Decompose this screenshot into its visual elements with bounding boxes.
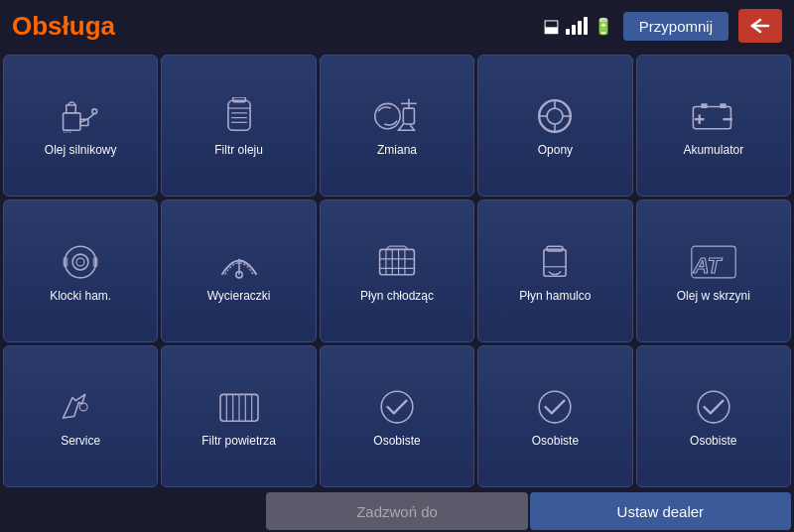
- grid-item-service-label: Service: [61, 434, 100, 448]
- grid-item-personal1[interactable]: Osobiste: [320, 345, 474, 487]
- grid-item-service[interactable]: Service: [3, 345, 158, 487]
- grid-item-brake-fluid-label: Płyn hamulco: [519, 289, 591, 303]
- gearbox-oil-icon: AT: [688, 241, 739, 283]
- oil-change-icon: [371, 95, 423, 137]
- page-title: Obsługa: [12, 11, 533, 42]
- grid-item-engine-oil[interactable]: OIL Olej silnikowy: [3, 55, 158, 197]
- back-button[interactable]: [738, 9, 782, 43]
- svg-point-16: [547, 109, 563, 125]
- air-filter-icon: [213, 386, 265, 428]
- grid-item-personal2[interactable]: Osobiste: [477, 345, 632, 487]
- personal1-icon: [371, 386, 423, 428]
- battery-status-icon: 🔋: [594, 17, 613, 36]
- svg-rect-23: [720, 104, 726, 109]
- svg-rect-22: [701, 104, 707, 109]
- svg-text:AT: AT: [692, 253, 723, 278]
- grid-item-oil-change-label: Zmiana: [377, 143, 417, 157]
- svg-rect-34: [380, 249, 415, 274]
- svg-point-27: [65, 246, 96, 278]
- coolant-icon: [371, 241, 423, 283]
- svg-rect-5: [228, 101, 250, 131]
- grid-item-personal1-label: Osobiste: [373, 434, 420, 448]
- svg-rect-14: [403, 109, 414, 125]
- svg-point-3: [92, 109, 97, 114]
- grid-item-gearbox-oil-label: Olej w skrzyni: [677, 289, 750, 303]
- svg-point-46: [79, 403, 87, 411]
- grid-item-tires-label: Opony: [538, 143, 573, 157]
- personal3-icon: [688, 386, 739, 428]
- svg-point-53: [381, 391, 413, 423]
- tires-icon: [529, 95, 581, 137]
- grid-item-wipers[interactable]: Wycieraczki: [161, 200, 316, 341]
- bluetooth-icon: ⬓: [543, 15, 560, 37]
- grid-item-air-filter-label: Filtr powietrza: [201, 434, 276, 448]
- grid-item-coolant-label: Płyn chłodząc: [360, 289, 434, 303]
- svg-point-54: [540, 391, 572, 423]
- grid-item-brake-pads-label: Klocki ham.: [50, 289, 111, 303]
- engine-oil-icon: OIL: [55, 95, 106, 137]
- signal-icon: [566, 17, 588, 35]
- svg-rect-41: [544, 249, 566, 276]
- back-arrow-icon: [750, 18, 770, 34]
- grid-item-oil-filter-label: Filtr oleju: [214, 143, 263, 157]
- grid-item-gearbox-oil[interactable]: AT Olej w skrzyni: [636, 200, 791, 341]
- oil-filter-icon: [213, 95, 265, 137]
- svg-rect-30: [64, 257, 68, 267]
- svg-point-55: [698, 391, 729, 423]
- service-grid: OIL Olej silnikowy Filtr oleju Zmiana Op…: [0, 52, 794, 490]
- header: Obsługa ⬓ 🔋 Przypomnij: [0, 0, 794, 52]
- remind-button[interactable]: Przypomnij: [623, 12, 728, 41]
- grid-item-personal3[interactable]: Osobiste: [636, 345, 791, 487]
- status-icons: ⬓ 🔋: [543, 15, 613, 37]
- battery-icon: [688, 95, 739, 137]
- grid-item-engine-oil-label: Olej silnikowy: [45, 143, 117, 157]
- set-dealer-button[interactable]: Ustaw dealer: [530, 492, 791, 530]
- svg-rect-31: [93, 257, 98, 267]
- grid-item-battery[interactable]: Akumulator: [636, 55, 791, 197]
- grid-item-wipers-label: Wycieraczki: [207, 289, 271, 303]
- service-icon: [55, 386, 106, 428]
- footer: Zadzwoń do Ustaw dealer: [0, 490, 794, 532]
- grid-item-brake-fluid[interactable]: Płyn hamulco: [477, 200, 632, 341]
- wipers-icon: [213, 241, 265, 283]
- grid-item-tires[interactable]: Opony: [477, 55, 632, 197]
- grid-item-oil-filter[interactable]: Filtr oleju: [161, 55, 316, 197]
- svg-text:OIL: OIL: [64, 129, 72, 135]
- grid-item-air-filter[interactable]: Filtr powietrza: [161, 345, 316, 487]
- grid-item-battery-label: Akumulator: [683, 143, 743, 157]
- call-dealer-button[interactable]: Zadzwoń do: [266, 492, 527, 530]
- svg-point-28: [72, 254, 88, 270]
- grid-item-personal2-label: Osobiste: [532, 434, 579, 448]
- brake-pads-icon: [55, 241, 106, 283]
- personal2-icon: [529, 386, 581, 428]
- grid-item-coolant[interactable]: Płyn chłodząc: [320, 200, 474, 341]
- grid-item-oil-change[interactable]: Zmiana: [320, 55, 474, 197]
- brake-fluid-icon: [529, 241, 581, 283]
- svg-point-29: [76, 258, 84, 266]
- grid-item-brake-pads[interactable]: Klocki ham.: [3, 200, 158, 341]
- grid-item-personal3-label: Osobiste: [690, 434, 736, 448]
